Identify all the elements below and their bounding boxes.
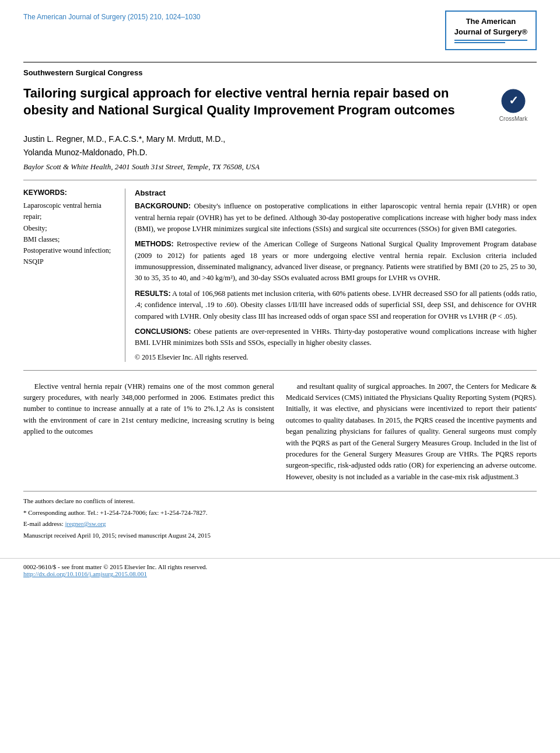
issn-line: 0002-9610/$ - see front matter © 2015 El… xyxy=(23,563,537,570)
keyword-3: BMI classes; xyxy=(23,234,116,245)
email-link[interactable]: jregner@sw.org xyxy=(65,520,106,527)
abstract-results: RESULTS: A total of 106,968 patients met… xyxy=(135,288,537,322)
main-content: Southwestern Surgical Congress Tailoring… xyxy=(0,56,560,553)
abstract-conclusions: CONCLUSIONS: Obese patients are over-rep… xyxy=(135,326,537,349)
abstract-methods: METHODS: Retrospective review of the Ame… xyxy=(135,239,537,284)
keyword-5: NSQIP xyxy=(23,256,116,267)
journal-reference: The American Journal of Surgery (2015) 2… xyxy=(23,11,201,21)
doi-link[interactable]: http://dx.doi.org/10.1016/j.amjsurg.2015… xyxy=(23,570,147,577)
abstract-title: Abstract xyxy=(135,189,537,197)
copyright: © 2015 Elsevier Inc. All rights reserved… xyxy=(135,353,537,362)
logo-line1: The American Journal of Surgery® xyxy=(454,16,527,37)
body-col-right: and resultant quality of surgical approa… xyxy=(286,381,537,483)
title-section: Tailoring surgical approach for elective… xyxy=(23,85,537,122)
journal-logo: The American Journal of Surgery® xyxy=(445,11,537,50)
authors: Justin L. Regner, M.D., F.A.C.S.*, Mary … xyxy=(23,133,537,159)
body-text: Elective ventral hernia repair (VHR) rem… xyxy=(23,381,537,483)
article-title: Tailoring surgical approach for elective… xyxy=(23,85,455,118)
affiliation: Baylor Scott & White Health, 2401 South … xyxy=(23,162,537,172)
abstract-background: BACKGROUND: Obesity's influence on posto… xyxy=(135,201,537,235)
page: The American Journal of Surgery (2015) 2… xyxy=(0,0,560,753)
abstract-column: Abstract BACKGROUND: Obesity's influence… xyxy=(125,189,537,362)
crossmark-icon: ✓ xyxy=(501,88,526,114)
corresponding-note: * Corresponding author. Tel.: +1-254-724… xyxy=(23,508,537,518)
body-paragraph-left: Elective ventral hernia repair (VHR) rem… xyxy=(23,381,274,438)
keywords-column: KEYWORDS: Laparoscopic ventral hernia re… xyxy=(23,189,125,362)
keyword-1: Laparoscopic ventral hernia repair; xyxy=(23,200,116,222)
congress-label: Southwestern Surgical Congress xyxy=(23,62,537,77)
keywords-label: KEYWORDS: xyxy=(23,189,116,197)
manuscript-note: Manuscript received April 10, 2015; revi… xyxy=(23,531,537,541)
crossmark-label: CrossMark xyxy=(499,116,527,122)
abstract-section: KEYWORDS: Laparoscopic ventral hernia re… xyxy=(23,180,537,371)
footnotes: The authors declare no conflicts of inte… xyxy=(23,491,537,541)
svg-text:✓: ✓ xyxy=(509,94,519,107)
keyword-4: Postoperative wound infection; xyxy=(23,245,116,256)
crossmark-logo[interactable]: ✓ CrossMark xyxy=(490,88,537,122)
top-header: The American Journal of Surgery (2015) 2… xyxy=(0,0,560,56)
conflict-note: The authors declare no conflicts of inte… xyxy=(23,496,537,507)
body-paragraph-right: and resultant quality of surgical approa… xyxy=(286,381,537,483)
keywords-list: Laparoscopic ventral hernia repair; Obes… xyxy=(23,200,116,267)
email-note: E-mail address: jregner@sw.org xyxy=(23,519,537,529)
body-col-left: Elective ventral hernia repair (VHR) rem… xyxy=(23,381,274,483)
page-footer: 0002-9610/$ - see front matter © 2015 El… xyxy=(0,558,560,582)
keyword-2: Obesity; xyxy=(23,223,116,234)
